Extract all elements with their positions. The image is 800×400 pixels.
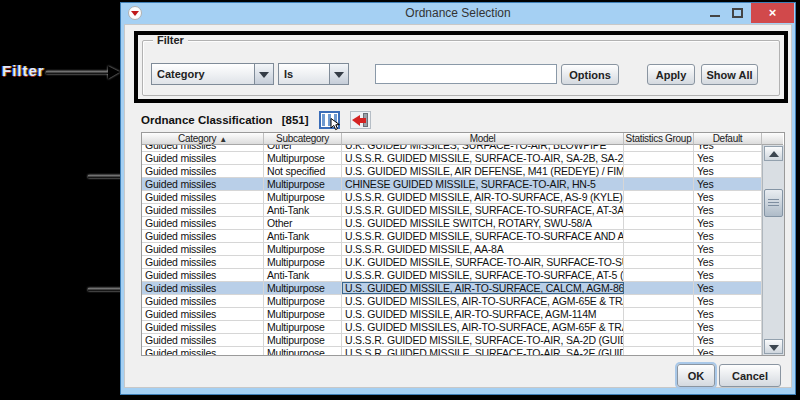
table-cell <box>624 165 694 177</box>
table-cell: Yes <box>694 347 762 355</box>
table-row[interactable]: Guided missilesMultipurposeU.S.S.R. GUID… <box>142 334 762 347</box>
chevron-down-icon[interactable] <box>329 64 348 84</box>
table-cell <box>624 230 694 242</box>
table-cell: Multipurpose <box>264 295 342 307</box>
table-cell: Other <box>264 145 342 151</box>
table-cell: U.S.S.R. GUIDED MISSILE, SURFACE-TO-AIR,… <box>342 347 624 355</box>
scroll-down-button[interactable] <box>764 339 783 354</box>
table-cell: Multipurpose <box>264 308 342 320</box>
column-header-model[interactable]: Model <box>342 133 624 145</box>
classification-count: [851] <box>282 114 309 126</box>
cancel-button[interactable]: Cancel <box>719 364 781 387</box>
table-cell: U.S.S.R. GUIDED MISSILE, SURFACE-TO-AIR,… <box>342 152 624 164</box>
table-cell: Yes <box>694 191 762 203</box>
show-all-button[interactable]: Show All <box>701 64 758 85</box>
hide-column-icon[interactable] <box>350 111 371 129</box>
table-cell <box>624 295 694 307</box>
close-button[interactable]: × <box>751 3 794 23</box>
table-cell <box>624 178 694 190</box>
table-row[interactable]: Guided missilesMultipurposeU.S. GUIDED M… <box>142 282 762 295</box>
table-cell: Guided missiles <box>142 334 264 346</box>
table-cell: Multipurpose <box>264 334 342 346</box>
column-header-subcategory[interactable]: Subcategory <box>264 133 342 145</box>
table-cell: U.S. GUIDED MISSILE, AIR DEFENSE, M41 (R… <box>342 165 624 177</box>
table-cell: U.S. GUIDED MISSILE, AIR-TO-SURFACE, AGM… <box>342 308 624 320</box>
table-cell: U.S.S.R. GUIDED MISSILE, SURFACE-TO-SURF… <box>342 269 624 281</box>
table-cell: U.S.S.R. GUIDED MISSILE, SURFACE-TO-AIR,… <box>342 334 624 346</box>
table-cell: Guided missiles <box>142 230 264 242</box>
table-cell: Yes <box>694 308 762 320</box>
table-cell: CHINESE GUIDED MISSILE, SURFACE-TO-AIR, … <box>342 178 624 190</box>
table-row[interactable]: Guided missilesMultipurposeU.S.S.R. GUID… <box>142 347 762 355</box>
classification-label: Ordnance Classification <box>141 114 273 126</box>
column-header-statistics-group[interactable]: Statistics Group <box>624 133 694 145</box>
chevron-down-icon[interactable] <box>254 64 273 84</box>
table-body: Guided missilesOtherU.K. GUIDED MISSILES… <box>142 145 762 355</box>
column-header-category[interactable]: Category▲ <box>142 133 264 145</box>
column-header-default[interactable]: Default <box>694 133 762 145</box>
table-row[interactable]: Guided missilesNot specifiedU.S. GUIDED … <box>142 165 762 178</box>
ok-button[interactable]: OK <box>677 364 715 387</box>
table-cell: Guided missiles <box>142 178 264 190</box>
table-row[interactable]: Guided missilesOtherU.S. GUIDED MISSILE … <box>142 217 762 230</box>
annotation-arrow-filter <box>46 66 120 79</box>
ordnance-table: Category▲SubcategoryModelStatistics Grou… <box>141 132 785 356</box>
titlebar[interactable]: Ordnance Selection × <box>121 3 795 24</box>
table-cell <box>624 334 694 346</box>
minimize-button[interactable] <box>709 8 721 18</box>
scroll-up-button[interactable] <box>764 146 783 161</box>
table-cell: Multipurpose <box>264 282 342 294</box>
maximize-button[interactable] <box>732 8 743 18</box>
table-cell <box>624 217 694 229</box>
table-row[interactable]: Guided missilesMultipurposeU.S. GUIDED M… <box>142 295 762 308</box>
table-cell: Guided missiles <box>142 165 264 177</box>
table-rows: Guided missilesOtherU.K. GUIDED MISSILES… <box>142 145 762 355</box>
table-cell: Yes <box>694 295 762 307</box>
annotation-filter-label: Filter <box>2 62 45 79</box>
table-cell: U.S.S.R. GUIDED MISSILE, SURFACE-TO-SURF… <box>342 204 624 216</box>
table-row[interactable]: Guided missilesMultipurposeU.S.S.R. GUID… <box>142 243 762 256</box>
table-row[interactable]: Guided missilesOtherU.K. GUIDED MISSILES… <box>142 145 762 152</box>
table-cell <box>624 204 694 216</box>
table-cell <box>624 191 694 203</box>
table-row[interactable]: Guided missilesMultipurposeU.S.S.R. GUID… <box>142 152 762 165</box>
table-cell: Anti-Tank <box>264 204 342 216</box>
column-chooser-icon[interactable] <box>319 111 340 129</box>
vertical-scrollbar[interactable] <box>762 145 784 355</box>
table-row[interactable]: Guided missilesMultipurposeCHINESE GUIDE… <box>142 178 762 191</box>
table-cell: Yes <box>694 282 762 294</box>
table-cell: U.S.S.R. GUIDED MISSILE, SURFACE-TO-SURF… <box>342 230 624 242</box>
filter-operator-value: Is <box>279 64 329 84</box>
table-row[interactable]: Guided missilesMultipurposeU.S. GUIDED M… <box>142 321 762 334</box>
table-row[interactable]: Guided missilesAnti-TankU.S.S.R. GUIDED … <box>142 204 762 217</box>
table-row[interactable]: Guided missilesMultipurposeU.K. GUIDED M… <box>142 256 762 269</box>
table-row[interactable]: Guided missilesAnti-TankU.S.S.R. GUIDED … <box>142 269 762 282</box>
table-cell: Guided missiles <box>142 321 264 333</box>
filter-value-input[interactable] <box>375 64 557 84</box>
table-cell: Multipurpose <box>264 321 342 333</box>
classification-header-row: Ordnance Classification [851] <box>141 110 371 129</box>
table-row[interactable]: Guided missilesMultipurposeU.S.S.R. GUID… <box>142 191 762 204</box>
table-cell: U.S. GUIDED MISSILES, AIR-TO-SURFACE, AG… <box>342 295 624 307</box>
table-cell: Yes <box>694 243 762 255</box>
table-cell: Guided missiles <box>142 269 264 281</box>
close-icon: × <box>769 5 777 20</box>
filter-operator-combobox[interactable]: Is <box>278 63 349 85</box>
table-row[interactable]: Guided missilesAnti-TankU.S.S.R. GUIDED … <box>142 230 762 243</box>
apply-button[interactable]: Apply <box>647 64 695 85</box>
scrollbar-thumb[interactable] <box>764 189 783 217</box>
table-cell: Yes <box>694 152 762 164</box>
table-cell <box>624 243 694 255</box>
table-cell <box>624 308 694 320</box>
table-cell: U.K. GUIDED MISSILES, SURFACE-TO-AIR, BL… <box>342 145 624 151</box>
table-cell: Anti-Tank <box>264 269 342 281</box>
table-cell: Guided missiles <box>142 295 264 307</box>
cursor-icon <box>330 118 341 131</box>
table-row[interactable]: Guided missilesMultipurposeU.S. GUIDED M… <box>142 308 762 321</box>
table-cell <box>624 145 694 151</box>
filter-field-combobox[interactable]: Category <box>151 63 274 85</box>
table-cell: U.S.S.R. GUIDED MISSILE, AA-8A <box>342 243 624 255</box>
options-button[interactable]: Options <box>561 64 619 85</box>
table-cell <box>624 321 694 333</box>
table-cell: Yes <box>694 334 762 346</box>
